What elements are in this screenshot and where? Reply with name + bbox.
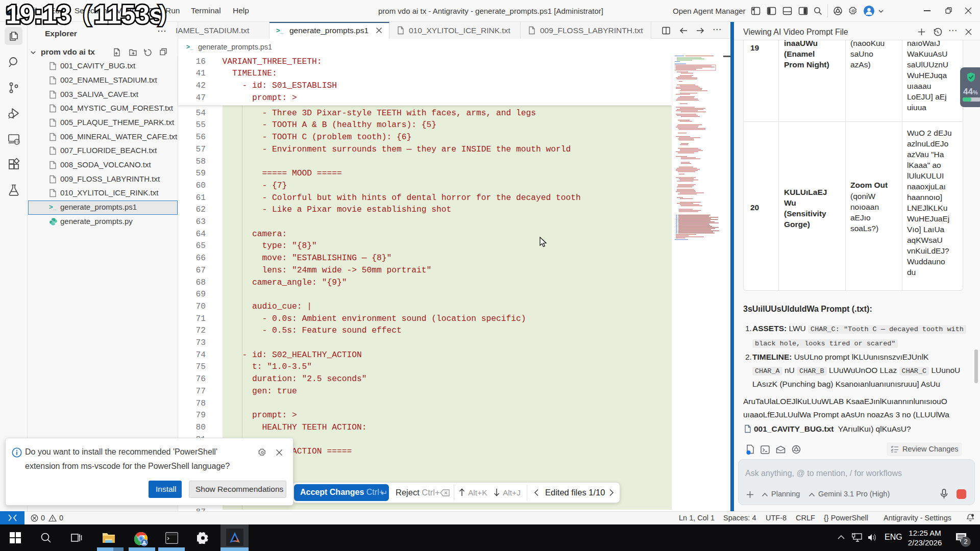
svg-text:19:13: 19:13	[6, 0, 71, 29]
svg-text:): )	[159, 1, 166, 26]
svg-text:(: (	[83, 1, 91, 26]
svg-text:1153s: 1153s	[94, 0, 164, 29]
